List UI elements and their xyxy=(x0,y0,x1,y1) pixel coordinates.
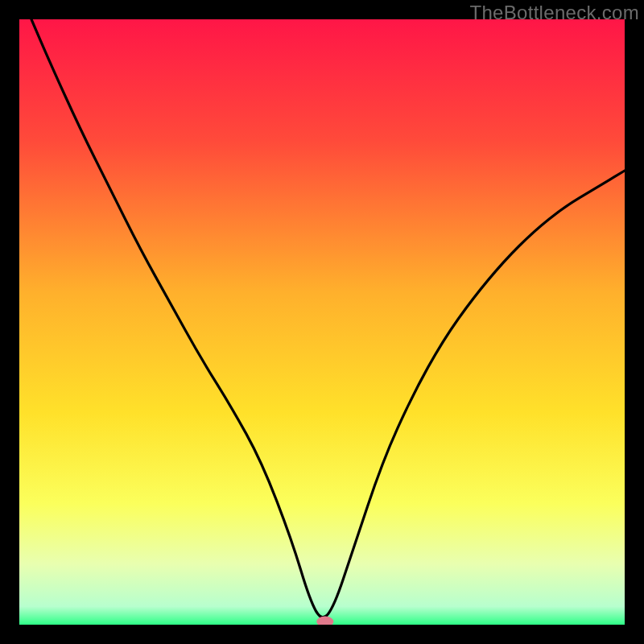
gradient-background xyxy=(19,19,625,625)
bottleneck-chart xyxy=(19,19,625,625)
chart-frame xyxy=(19,19,625,625)
watermark-text: TheBottleneck.com xyxy=(469,2,639,24)
